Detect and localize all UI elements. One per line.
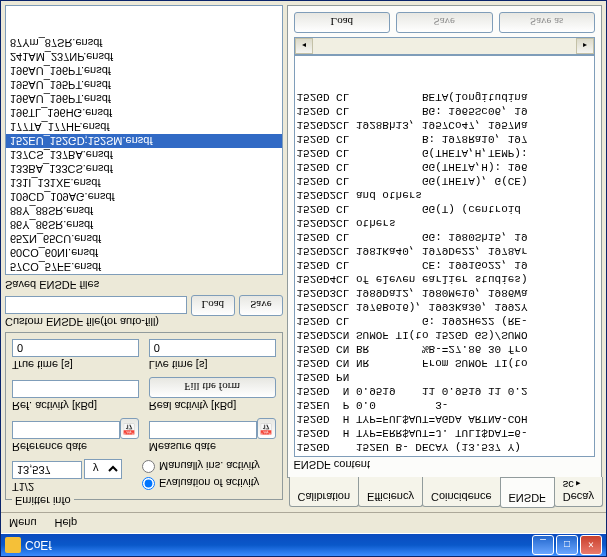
custom-file-label: Custom ENSDF file(for auto-fill) bbox=[5, 316, 283, 328]
ref-date-label: Reference date bbox=[12, 441, 139, 453]
list-item[interactable]: 196TL_196HG.ensdf bbox=[6, 106, 282, 120]
emitter-group-label: Emitter info bbox=[12, 495, 74, 507]
ensdf-line: 152GD CL GG(THETA), G(CE) bbox=[297, 174, 592, 188]
list-item[interactable]: 65ZN_65CU.ensdf bbox=[6, 232, 282, 246]
ensdf-line: 152GD CL GG(THETA,H): 196 bbox=[297, 160, 592, 174]
list-item[interactable]: 196AU_196PT.ensdf bbox=[6, 92, 282, 106]
list-item[interactable]: 109CD_109AG.ensdf bbox=[6, 190, 282, 204]
radio-manual[interactable]: Manually ins. activity bbox=[142, 460, 276, 473]
true-time-input[interactable] bbox=[12, 339, 139, 357]
list-item[interactable]: 137CS_137BA.ensdf bbox=[6, 148, 282, 162]
scroll-left-button[interactable]: ◂ bbox=[295, 38, 313, 54]
tab-efficiency[interactable]: Efficiency bbox=[358, 477, 423, 507]
menu-menu[interactable]: Menu bbox=[5, 515, 41, 531]
saved-files-listbox[interactable]: 57CO_57FE.ensdf60CO_60NI.ensdf65ZN_65CU.… bbox=[5, 5, 283, 275]
halflife-unit-select[interactable]: y bbox=[84, 459, 122, 479]
ensdf-saveas-button[interactable]: Save as bbox=[499, 12, 596, 33]
ensdf-line: 152GD CL G(THETA,H,TEMP): bbox=[297, 146, 592, 160]
menu-help[interactable]: Help bbox=[51, 515, 82, 531]
ensdf-line: 152GD CL BETA(longitudina bbox=[297, 90, 592, 104]
ensdf-line: 152GD CL GG: 1980Sh15, 19 bbox=[297, 230, 592, 244]
halflife-input[interactable] bbox=[12, 461, 82, 479]
ensdf-textarea[interactable]: 152GD 152EU B- DECAY (13.537 Y)152GD H T… bbox=[294, 55, 595, 457]
tab-decay[interactable]: Decay sc▸ bbox=[554, 477, 603, 507]
ref-date-input[interactable] bbox=[12, 421, 120, 439]
maximize-button[interactable]: □ bbox=[556, 535, 578, 555]
scroll-right-button[interactable]: ▸ bbox=[576, 38, 594, 54]
tab-calibration[interactable]: Calibration bbox=[289, 477, 360, 507]
ensdf-save-button[interactable]: Save bbox=[396, 12, 493, 33]
ensdf-line: 152GD2CL and others bbox=[297, 188, 592, 202]
ensdf-line: 152GD N 0.9519 11 0.9519 11 0.2 bbox=[297, 384, 592, 398]
fill-form-button[interactable]: Fill the form bbox=[149, 377, 276, 398]
list-item[interactable]: 177TA_177HF.ensdf bbox=[6, 120, 282, 134]
ref-date-picker-button[interactable]: 📅 bbox=[120, 418, 139, 439]
saved-files-label: Saved ENSDF files bbox=[5, 279, 283, 291]
list-item[interactable]: 241AM_237NP.ensdf bbox=[6, 50, 282, 64]
list-item[interactable]: 57CO_57FE.ensdf bbox=[6, 260, 282, 274]
ensdf-line: 152GD2CL others bbox=[297, 216, 592, 230]
window-title: CoEf bbox=[25, 538, 52, 552]
minimize-button[interactable]: _ bbox=[532, 535, 554, 555]
ensdf-load-button[interactable]: Load bbox=[294, 12, 391, 33]
ensdf-line: 152GD 152EU B- DECAY (13.537 Y) bbox=[297, 440, 592, 454]
meas-date-picker-button[interactable]: 📅 bbox=[257, 418, 276, 439]
ensdf-line: 152GD CN NR From SUMOF TI(to bbox=[297, 356, 592, 370]
custom-file-input[interactable] bbox=[5, 297, 187, 315]
ensdf-line: 152GD CL B: 1978Ra10, 197 bbox=[297, 132, 592, 146]
ensdf-line: 152GD2CL 1976Bo16), 1993Ka30, 1992Y bbox=[297, 300, 592, 314]
ensdf-line: 152GD2CL 1928Bh13, 1957Co47, 1957Na bbox=[297, 118, 592, 132]
ensdf-line: 152GD H TYP=ERR$AUT=J. TULI$DAT=6- bbox=[297, 426, 592, 440]
meas-date-input[interactable] bbox=[149, 421, 257, 439]
h-scrollbar[interactable]: ◂ ▸ bbox=[294, 37, 595, 55]
list-item[interactable]: 195AU_195PT.ensdf bbox=[6, 78, 282, 92]
tab-ensdf[interactable]: ENSDF bbox=[500, 478, 555, 508]
radio-evaluation[interactable]: Evaluation of activity bbox=[142, 477, 276, 490]
list-item[interactable]: 131I_131XE.ensdf bbox=[6, 176, 282, 190]
ref-activity-input[interactable] bbox=[12, 380, 139, 398]
ensdf-line: 152GD CL GG(T) (centroid bbox=[297, 202, 592, 216]
live-time-label: Live time [s] bbox=[149, 359, 276, 371]
list-item[interactable]: 152EU_152GD;152SM.ensdf bbox=[6, 134, 282, 148]
ensdf-line: 152GD4CL of eleven earlier studies) bbox=[297, 272, 592, 286]
custom-save-button[interactable]: Save bbox=[239, 295, 282, 316]
close-button[interactable]: × bbox=[580, 535, 602, 555]
list-item[interactable]: 86Y_86SR.ensdf bbox=[6, 218, 282, 232]
ensdf-line: 152GD2CL 1981Ka40, 1979De22, 1978Ar bbox=[297, 244, 592, 258]
halflife-label: T1/2 bbox=[12, 481, 132, 493]
list-item[interactable]: 60CO_60NI.ensdf bbox=[6, 246, 282, 260]
ensdf-line: 152GD2CN SUMOF TI(to 152GD GS)/SUMO bbox=[297, 328, 592, 342]
list-item[interactable]: 196AU_196PT.ensdf bbox=[6, 64, 282, 78]
tab-coincidence[interactable]: Coincidence bbox=[422, 477, 501, 507]
ensdf-line: 152GD CL CE: 1991Go22, 19 bbox=[297, 258, 592, 272]
list-item[interactable]: 88Y_88SR.ensdf bbox=[6, 204, 282, 218]
meas-date-label: Measure date bbox=[149, 441, 276, 453]
tab-scroll-right-icon[interactable]: ▸ bbox=[576, 479, 581, 489]
list-item[interactable]: 133BA_133CS.ensdf bbox=[6, 162, 282, 176]
ensdf-line: 152EU P 0.0 3- bbox=[297, 398, 592, 412]
ensdf-line: 152GD CL G: 1992He22 (RE- bbox=[297, 314, 592, 328]
ensdf-line: 152GD CN BR %B-=27.86 30 fro bbox=[297, 342, 592, 356]
list-item[interactable]: 87Ym_87SR.ensdf bbox=[6, 36, 282, 50]
ensdf-line: 152GD H TYP=FUL$AUT=AGDA ARTNA-COH bbox=[297, 412, 592, 426]
real-activity-label: Real activity [kBq] bbox=[149, 400, 276, 412]
app-icon bbox=[5, 537, 21, 553]
true-time-label: True time [s] bbox=[12, 359, 139, 371]
custom-load-button[interactable]: Load bbox=[191, 295, 236, 316]
ensdf-line: 152GD CL BG: 1965Sc06, 19 bbox=[297, 104, 592, 118]
ensdf-content-label: ENSDF content bbox=[294, 459, 595, 471]
live-time-input[interactable] bbox=[149, 339, 276, 357]
ref-activity-label: Ref. activity [kBq] bbox=[12, 400, 139, 412]
ensdf-line: 152GD PN bbox=[297, 370, 592, 384]
ensdf-line: 152GD3CL 1989Da12, 1980Me10, 1986Wa bbox=[297, 286, 592, 300]
